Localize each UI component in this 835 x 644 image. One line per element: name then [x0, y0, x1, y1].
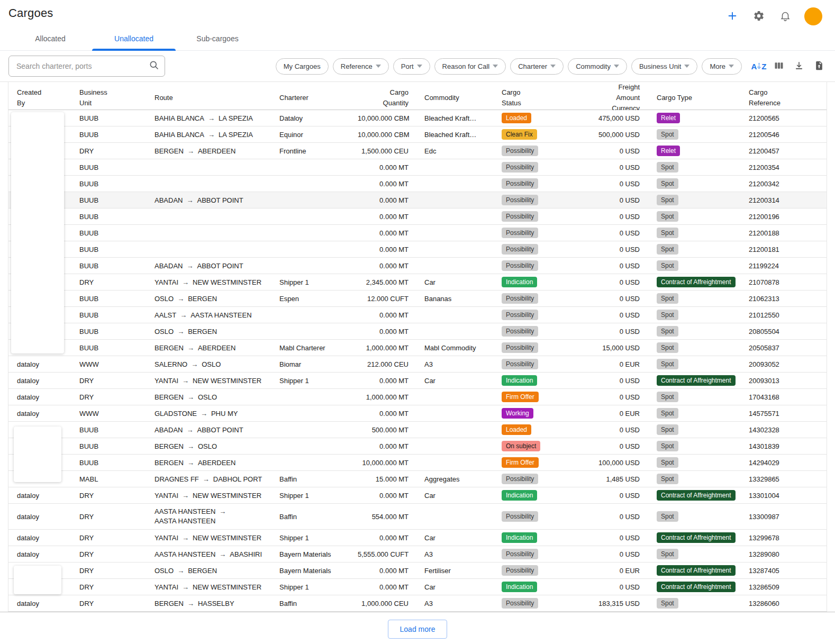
cell-cargo-reference: 21200181	[740, 246, 827, 253]
table-row[interactable]: BUUB0.000 MTPossibility0 USDSpot21200196	[8, 208, 827, 225]
cell-route: YANTAI→NEW WESTMINSTER	[152, 534, 277, 542]
cell-freight-amount: 0 USD	[592, 492, 640, 500]
cell-route: AASTA HANSTEEN→ABASHIRI	[152, 550, 277, 558]
export-file-icon	[814, 60, 824, 72]
filter-chip-commodity[interactable]: Commodity	[568, 58, 627, 75]
chip-label: My Cargoes	[284, 62, 321, 70]
table-row[interactable]: BUUBBERGEN→ABERDEEN10,000.000 MTFirm Off…	[8, 455, 827, 471]
export-file-button[interactable]	[812, 59, 827, 74]
cell-cargo-status: Possibility	[500, 511, 592, 522]
table-row[interactable]: BUUBABADAN→ABBOT POINT0.000 MTPossibilit…	[8, 192, 827, 208]
table-row[interactable]: dataloyDRYAASTA HANSTEEN→ABASHIRIBayern …	[8, 546, 827, 563]
cell-cargo-type: Spot	[640, 474, 740, 484]
table-row[interactable]: BUUB0.000 MTPossibility0 USDSpot21200354	[8, 159, 827, 176]
table-row[interactable]: BUUBOSLO→BERGEN0.000 MTPossibility0 USDS…	[8, 323, 827, 340]
table-row[interactable]: BUUB0.000 MTPossibility0 USDSpot21200181	[8, 241, 827, 258]
table-row[interactable]: BUUBOSLO→BERGENEspen12.000 CUFTBananasPo…	[8, 291, 827, 307]
app-header: Cargoes	[0, 0, 835, 26]
cell-freight-amount: 0 USD	[592, 513, 640, 521]
table-row[interactable]: BUUBABADAN→ABBOT POINT0.000 MTPossibilit…	[8, 258, 827, 274]
tab-label: Sub-cargoes	[196, 34, 238, 43]
column-header: CargoQuantity	[356, 87, 415, 108]
cargo-type-badge: Contract of Affreightment	[657, 565, 736, 576]
cell-cargo-type: Spot	[640, 195, 740, 205]
table-row[interactable]: BUUBBAHIA BLANCA→LA SPEZIAEquinor10,000.…	[8, 126, 827, 143]
column-header-line: Charterer	[279, 93, 356, 103]
add-cargo-button[interactable]	[725, 9, 740, 24]
table-row[interactable]: dataloyDRYBERGEN→OSLO1,000.000 MTFirm Of…	[8, 389, 827, 405]
settings-button[interactable]	[751, 9, 766, 24]
status-badge: Possibility	[502, 511, 538, 522]
table-row[interactable]: DRYYANTAI→NEW WESTMINSTERShipper 12,345.…	[8, 274, 827, 291]
table-row[interactable]: BUUB0.000 MTPossibility0 USDSpot21200188	[8, 225, 827, 241]
search-box[interactable]	[8, 56, 165, 77]
table-row[interactable]: dataloyWWWSALERNO→OSLOBiomar212.000 CEUA…	[8, 356, 827, 373]
table-row[interactable]: DRYYANTAI→NEW WESTMINSTERShipper 10.000 …	[8, 579, 827, 595]
table-row[interactable]: BUUBBERGEN→ABERDEENMabl Charterer1,000.0…	[8, 340, 827, 356]
status-badge: Possibility	[502, 293, 538, 304]
cargo-type-badge: Spot	[657, 424, 678, 435]
load-more-button[interactable]: Load more	[388, 620, 448, 639]
search-input[interactable]	[16, 62, 149, 70]
cargo-table: CreatedByBusinessUnitRouteChartererCargo…	[8, 82, 827, 612]
tab-sub-cargoes[interactable]: Sub-cargoes	[176, 26, 259, 50]
avatar[interactable]	[804, 7, 822, 25]
cell-route: AASTA HANSTEEN→AASTA HANSTEEN	[152, 507, 277, 526]
arrow-right-icon: →	[182, 377, 189, 385]
cell-cargo-quantity: 0.000 MT	[356, 534, 415, 542]
cell-cargo-reference: 13287405	[740, 567, 827, 575]
table-row[interactable]: dataloyDRYYANTAI→NEW WESTMINSTERShipper …	[8, 530, 827, 546]
table-row[interactable]: BUUBBAHIA BLANCA→LA SPEZIADataloy10,000.…	[8, 110, 827, 126]
table-row[interactable]: dataloyWWWGLADSTONE→PHU MY0.000 MTWorkin…	[8, 405, 827, 422]
columns-button[interactable]	[772, 59, 786, 74]
filter-chip-port[interactable]: Port	[393, 58, 430, 75]
cell-cargo-status: Working	[500, 408, 592, 419]
table-row[interactable]: MABLDRAGNES FF→DABHOL PORTBaffin15.000 M…	[8, 471, 827, 487]
tab-unallocated[interactable]: Unallocated	[92, 26, 176, 50]
cell-freight-amount: 0 USD	[592, 147, 640, 155]
cell-cargo-quantity: 0.000 MT	[356, 164, 415, 171]
cell-cargo-type: Relet	[640, 146, 740, 156]
filter-chip-more[interactable]: More	[702, 58, 742, 75]
tab-allocated[interactable]: Allocated	[8, 26, 92, 50]
cell-freight-amount: 0 USD	[592, 278, 640, 286]
cell-cargo-type: Spot	[640, 342, 740, 353]
cargo-type-badge: Spot	[657, 211, 678, 222]
cell-cargo-type: Spot	[640, 359, 740, 369]
cell-cargo-reference: 13286509	[740, 583, 827, 591]
notifications-button[interactable]	[778, 9, 793, 24]
created-by-redaction-overlay	[14, 427, 61, 482]
search-icon[interactable]	[149, 60, 159, 72]
cell-cargo-status: Clean Fix	[500, 129, 592, 140]
cell-business-unit: DRY	[77, 583, 152, 591]
cell-cargo-quantity: 554.000 MT	[356, 513, 415, 521]
column-header: Route	[152, 93, 277, 103]
table-row[interactable]: dataloyDRYBERGEN→HASSELBYBaffin1,000.000…	[8, 595, 827, 612]
table-row[interactable]: DRYBERGEN→ABERDEENFrontline1,500.000 CEU…	[8, 143, 827, 159]
arrow-right-icon: →	[177, 567, 184, 575]
filter-chip-charterer[interactable]: Charterer	[510, 58, 564, 75]
sort-button[interactable]: AZ	[751, 59, 766, 74]
table-row[interactable]: DRYOSLO→BERGENBayern Materials0.000 MTFe…	[8, 563, 827, 579]
cell-created-by: dataloy	[8, 600, 77, 607]
tab-label: Unallocated	[114, 34, 153, 43]
filter-chip-reason-for-call[interactable]: Reason for Call	[434, 58, 506, 75]
filter-chip-my-cargoes[interactable]: My Cargoes	[276, 58, 329, 75]
table-row[interactable]: dataloyDRYYANTAI→NEW WESTMINSTERShipper …	[8, 487, 827, 504]
table-row[interactable]: dataloyDRYYANTAI→NEW WESTMINSTERShipper …	[8, 373, 827, 389]
cell-cargo-status: Possibility	[500, 195, 592, 205]
chevron-down-icon	[493, 65, 498, 68]
filter-chip-business-unit[interactable]: Business Unit	[631, 58, 697, 75]
route-destination: PHU MY	[211, 410, 238, 418]
download-button[interactable]	[792, 59, 806, 74]
table-row[interactable]: BUUBAALST→AASTA HANSTEEN0.000 MTPossibil…	[8, 307, 827, 323]
table-row[interactable]: BUUBABADAN→ABBOT POINT500.000 MTLoaded0 …	[8, 422, 827, 438]
cell-commodity: Fertiliser	[415, 567, 500, 575]
cell-cargo-reference: 21199224	[740, 262, 827, 270]
filter-chip-reference[interactable]: Reference	[333, 58, 389, 75]
cargo-type-badge: Spot	[657, 392, 678, 402]
table-row[interactable]: BUUB0.000 MTPossibility0 USDSpot21200342	[8, 176, 827, 192]
cell-freight-amount: 0 USD	[592, 583, 640, 591]
table-row[interactable]: dataloyDRYAASTA HANSTEEN→AASTA HANSTEENB…	[8, 504, 827, 530]
table-row[interactable]: BUUBBERGEN→OSLO0.000 MTOn subject0 USDSp…	[8, 438, 827, 455]
